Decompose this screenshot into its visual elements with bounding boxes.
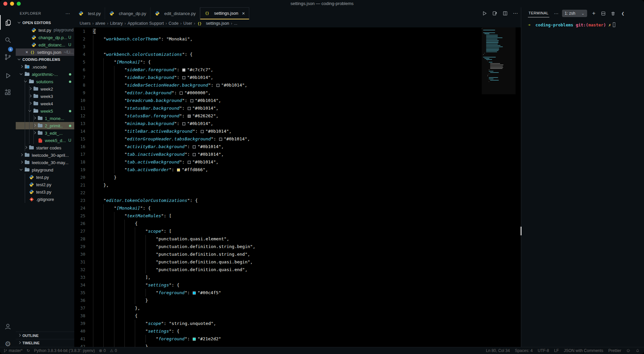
status-utf-8[interactable]: UTF-8 [538, 348, 549, 353]
status-sync[interactable]: ↻ [26, 348, 30, 353]
status-warning[interactable]: ⚠0 [110, 348, 117, 353]
breadcrumb-item[interactable]: Code [169, 21, 179, 26]
tab-test.py[interactable]: test.py [74, 7, 105, 19]
breadcrumb-file[interactable]: {}settings.json [197, 21, 229, 26]
code-line[interactable]: 36 } [74, 297, 521, 304]
tab-settings.json[interactable]: {}settings.json× [200, 7, 249, 19]
tree-item-algorithmic-...[interactable]: algorithmic-... [16, 71, 74, 78]
status-python[interactable]: Python 3.8.3 64-bit ('3.8.3': pyenv) [34, 348, 95, 353]
run-icon[interactable] [481, 11, 487, 16]
section-outline[interactable]: OUTLINE [16, 332, 74, 339]
code-line[interactable]: 26 { [74, 220, 521, 227]
minimap[interactable] [482, 27, 516, 94]
activitybar-explorer[interactable] [0, 15, 16, 30]
panel-resize-sash[interactable] [521, 227, 522, 235]
tab-change_dp.py[interactable]: change_dp.py [105, 7, 151, 19]
code-line[interactable]: 37 }, [74, 304, 521, 312]
code-line[interactable]: 38 { [74, 312, 521, 320]
code-line[interactable]: 1{ [74, 27, 521, 35]
code-line[interactable]: 17 "tab.inactiveBackground": "#0b1014", [74, 150, 521, 158]
breadcrumb-item[interactable]: Application Support [127, 21, 164, 26]
code-line[interactable]: 19 "tab.activeBorder": "#ffd866", [74, 166, 521, 173]
code-line[interactable]: 14 "titleBar.activeBackground": "#0b1014… [74, 127, 521, 135]
open-changes-icon[interactable] [492, 11, 497, 16]
code-line[interactable]: 9 "editor.background": "#000000", [74, 89, 521, 97]
open-editor-test.py[interactable]: test.pyplayground [16, 26, 74, 34]
section-open-editors[interactable]: OPEN EDITORS [16, 19, 74, 26]
open-editor-settings.json[interactable]: ×{}settings.json~/Li... [16, 48, 74, 56]
activitybar-accounts[interactable] [0, 319, 16, 334]
close-icon[interactable]: × [242, 10, 245, 16]
more-actions-icon[interactable]: ⋯ [554, 11, 559, 16]
activitybar-source-control[interactable] [0, 49, 16, 64]
code-line[interactable]: 32 "punctuation.definition.quasi.end", [74, 266, 521, 273]
code-line[interactable]: 25 "textMateRules": [ [74, 212, 521, 220]
split-editor-icon[interactable] [502, 11, 508, 16]
code-line[interactable]: 21 }, [74, 181, 521, 189]
code-line[interactable]: 28 "punctuation.quasi.element", [74, 235, 521, 243]
feedback-icon[interactable] [626, 349, 631, 353]
code-line[interactable]: 22 [74, 189, 521, 197]
status-spaces-4[interactable]: Spaces: 4 [515, 348, 533, 353]
shell-select[interactable]: 1: zsh ⌄ [562, 10, 587, 17]
tree-item-.vscode[interactable]: .vscode [16, 63, 74, 71]
code-line[interactable]: 18 "tab.activeBackground": "#0b1014", [74, 158, 521, 166]
code-line[interactable]: 40 "settings": { [74, 327, 521, 335]
code-line[interactable]: 33 ], [74, 273, 521, 281]
breadcrumb-item[interactable]: Library [110, 21, 123, 26]
code-line[interactable]: 12 "statusBar.foreground": "#626262", [74, 112, 521, 120]
split-terminal-icon[interactable] [601, 11, 606, 16]
code-line[interactable]: 3 [74, 43, 521, 50]
code-line[interactable]: 6 "sideBar.foreground": "#c7c7c7", [74, 66, 521, 74]
open-editor-edit_distanc...[interactable]: edit_distanc...U [16, 41, 74, 48]
breadcrumb-item[interactable]: User [183, 21, 192, 26]
status-error[interactable]: ⊗0 [99, 348, 106, 353]
bell-icon[interactable] [636, 349, 640, 353]
code-editor[interactable]: 1{2 "workbench.colorTheme": "Monokai",34… [74, 27, 521, 347]
code-line[interactable]: 10 "breadcrumb.background": "#0b1014", [74, 97, 521, 104]
activitybar-search[interactable] [0, 32, 16, 47]
code-line[interactable]: 27 "scope": [ [74, 227, 521, 235]
code-line[interactable]: 20 } [74, 173, 521, 181]
close-icon[interactable]: × [24, 49, 30, 55]
chevron-left-icon[interactable]: ❮ [620, 11, 626, 16]
code-line[interactable]: 7 "sideBar.background": "#0b1014", [74, 74, 521, 81]
section-workspace[interactable]: CODING-PROBLEMS [16, 56, 74, 63]
more-icon[interactable]: ⋯ [513, 11, 518, 16]
code-line[interactable]: 31 "punctuation.definition.quasi.begin", [74, 258, 521, 266]
code-line[interactable]: 5 "[Monokai]": { [74, 58, 521, 66]
code-line[interactable]: 34 "settings": { [74, 281, 521, 289]
code-line[interactable]: 24 "[Monokai]": { [74, 204, 521, 212]
more-actions-icon[interactable]: ⋯ [66, 11, 71, 16]
code-line[interactable]: 41 "foreground": "#21e2d2" [74, 335, 521, 343]
code-line[interactable]: 8 "sideBarSectionHeader.background": "#0… [74, 81, 521, 89]
code-line[interactable]: 39 "scope": "string.unquoted", [74, 320, 521, 327]
activitybar-run-debug[interactable] [0, 68, 16, 83]
tab-terminal[interactable]: TERMINAL [528, 10, 549, 17]
code-line[interactable]: 13 "minimap.background": "#0b1014", [74, 120, 521, 127]
tree-item-leetcode_30-may...[interactable]: leetcode_30-may... [16, 159, 74, 166]
tree-item-playground[interactable]: playground [16, 166, 74, 173]
open-editor-change_dp.p...[interactable]: change_dp.p...U [16, 34, 74, 41]
tree-item-leetcode_30-april...[interactable]: leetcode_30-april... [16, 151, 74, 159]
code-line[interactable]: 29 "punctuation.definition.string.begin"… [74, 243, 521, 250]
status-branch[interactable]: master* [3, 348, 22, 353]
code-line[interactable]: 35 "foreground": "#00c4f5" [74, 289, 521, 297]
code-line[interactable]: 11 "statusBar.background": "#0b1014", [74, 104, 521, 112]
plus-icon[interactable]: + [591, 11, 596, 16]
section-timeline[interactable]: TIMELINE [16, 339, 74, 346]
code-line[interactable]: 2 "workbench.colorTheme": "Monokai", [74, 35, 521, 43]
breadcrumb-symbol-tail[interactable]: ... [234, 21, 237, 26]
trash-icon[interactable] [611, 11, 616, 16]
status-json-with-comments[interactable]: JSON with Comments [564, 348, 603, 353]
code-line[interactable]: 23 "editor.tokenColorCustomizations": { [74, 197, 521, 204]
status-lf[interactable]: LF [554, 348, 559, 353]
code-line[interactable]: 16 "activityBar.background": "#0b1014", [74, 143, 521, 150]
terminal-content[interactable]: ➜ coding-problems git:(master) ✗ [528, 22, 642, 28]
code-line[interactable]: 30 "punctuation.definition.string.end", [74, 250, 521, 258]
breadcrumb-item[interactable]: alvee [95, 21, 105, 26]
code-line[interactable]: 4 "workbench.colorCustomizations": { [74, 50, 521, 58]
code-line[interactable]: 15 "editorGroupHeader.tabsBackground": "… [74, 135, 521, 143]
status-ln-80-col-34[interactable]: Ln 80, Col 34 [486, 348, 510, 353]
activitybar-extensions[interactable] [0, 85, 16, 100]
